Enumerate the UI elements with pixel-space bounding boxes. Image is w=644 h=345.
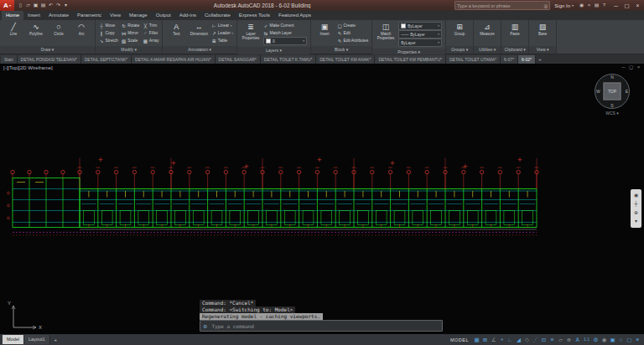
create-button[interactable]: ▢Create <box>337 22 368 29</box>
viewcube-north[interactable]: N <box>610 75 614 80</box>
autodesk-account-icon[interactable]: ◉ <box>578 0 585 11</box>
panel-label-view[interactable]: View ▾ <box>529 46 556 54</box>
dynamic-input-icon[interactable]: + <box>498 334 506 345</box>
save-icon[interactable]: ▣ <box>32 0 39 11</box>
viewcube-compass-ring[interactable]: N W E S TOP <box>595 74 630 109</box>
viewport-minimize-icon[interactable]: ─ <box>621 64 626 70</box>
rotate-button[interactable]: ↻Rotate <box>122 22 140 29</box>
arc-button[interactable]: ◠Arc <box>71 21 91 45</box>
drawing-svg[interactable]: YX <box>0 64 644 334</box>
move-button[interactable]: ┼Move <box>99 22 118 29</box>
sign-in-button[interactable]: Sign In ▾ <box>553 3 575 8</box>
drawing-area[interactable]: YX [-][Top][2D Wireframe] ─▢× N W E S TO… <box>0 64 644 334</box>
ribbon-tab-add-ins[interactable]: Add-ins <box>175 11 200 20</box>
redo-icon[interactable]: ↷ <box>55 0 62 11</box>
insert-button[interactable]: ▣Insert <box>314 21 335 45</box>
hardware-acceleration-icon[interactable]: ▣ <box>609 334 616 345</box>
linear-button[interactable]: ⊢Linear▾ <box>211 22 233 29</box>
leader-button[interactable]: ↗Leader▾ <box>211 29 233 37</box>
viewport-controls[interactable]: [-][Top][2D Wireframe] <box>3 65 53 70</box>
panel-label-annotation[interactable]: Annotation ▾ <box>163 46 236 54</box>
grid-display-icon[interactable]: ▦ <box>473 334 480 345</box>
panel-label-draw[interactable]: Draw ▾ <box>0 46 95 54</box>
file-tab-6-07[interactable]: 6-07* <box>501 55 518 64</box>
file-tab-6-02[interactable]: 6-02* <box>518 55 536 64</box>
ribbon-tab-annotate[interactable]: Annotate <box>44 11 73 20</box>
minimize-button[interactable]: ─ <box>610 0 621 11</box>
navbar-more-icon[interactable]: ▾ <box>635 219 637 224</box>
annotation-visibility-icon[interactable]: A <box>574 334 581 345</box>
file-tab-detail-toilet-k-tamu[interactable]: DETAIL TOILET K.TAMU* <box>261 55 316 64</box>
polyline-button[interactable]: ∿Polyline <box>26 21 46 45</box>
panel-label-layers[interactable]: Layers ▾ <box>237 47 310 54</box>
file-tab-detail-toilet-utama[interactable]: DETAIL TOILET UTAMA* <box>446 55 501 64</box>
close-button[interactable]: × <box>632 0 643 11</box>
ribbon-tab-express-tools[interactable]: Express Tools <box>235 11 274 20</box>
measure-button[interactable]: ⊿Measure <box>477 21 497 45</box>
file-tab-detail-sanggar[interactable]: DETAIL SANGGAR* <box>216 55 261 64</box>
app-store-icon[interactable]: × <box>585 0 593 11</box>
file-tab-detail-toilet-km-pembantu[interactable]: DETAIL TOILET KM PEMBANTU* <box>375 55 446 64</box>
help-icon[interactable]: ? <box>600 0 608 11</box>
text-button[interactable]: AText <box>166 21 186 45</box>
open-folder-icon[interactable]: ▱ <box>24 0 32 11</box>
stretch-button[interactable]: ↘Stretch <box>99 37 118 44</box>
ribbon-tab-insert[interactable]: Insert <box>23 11 44 20</box>
panel-label-block[interactable]: Block ▾ <box>311 46 371 54</box>
viewport-close-icon[interactable]: × <box>636 64 641 70</box>
lineweight-combo[interactable]: ByLayer▾ <box>398 39 442 47</box>
ribbon-tab-home[interactable]: Home <box>2 11 23 20</box>
layout-tab-layout1[interactable]: Layout1 <box>24 335 50 344</box>
annotation-monitor-icon[interactable]: ◉ <box>600 334 608 345</box>
ribbon-tab-featured-apps[interactable]: Featured Apps <box>274 11 315 20</box>
file-tab-detail-kamar-resapan-air-hujan[interactable]: DETAIL KAMAR RESAPAN AIR HUJAN* <box>132 55 215 64</box>
array-button[interactable]: ▦Array <box>143 37 158 44</box>
infer-constraints-icon[interactable]: ∠ <box>490 334 497 345</box>
pan-icon[interactable]: ┼ <box>634 201 637 207</box>
linetype-combo[interactable]: ——ByLayer▾ <box>398 30 442 39</box>
customize-icon[interactable]: ≡ <box>634 334 641 345</box>
line-button[interactable]: ╱Line <box>3 21 23 45</box>
panel-label-groups[interactable]: Groups ▾ <box>446 46 473 54</box>
plot-icon[interactable]: ▤ <box>39 0 47 11</box>
command-bar[interactable]: ⚙ <box>200 320 443 332</box>
ribbon-tab-parametric[interactable]: Parametric <box>73 11 106 20</box>
circle-button[interactable]: ○Circle <box>49 21 69 45</box>
command-customize-icon[interactable]: ⚙ <box>203 323 207 329</box>
dimension-button[interactable]: ↔Dimension <box>189 21 209 45</box>
viewcube-top-face[interactable]: TOP <box>604 83 621 100</box>
group-button[interactable]: ⊞Group <box>449 21 470 45</box>
object-snap-tracking-icon[interactable]: ⋰ <box>532 334 539 345</box>
paste-button[interactable]: ▥Paste <box>505 21 525 45</box>
annotation-scale-control[interactable]: 1:1 <box>582 334 591 345</box>
new-drawing-button[interactable]: + <box>536 55 544 64</box>
workspace-switching-icon[interactable]: ⚙ <box>592 334 600 345</box>
model-space-label[interactable]: MODEL <box>450 337 469 342</box>
clean-screen-icon[interactable]: ▢ <box>626 334 633 345</box>
match-properties-button[interactable]: ◫Match Properties <box>376 21 396 48</box>
application-menu-button[interactable]: A ▾ <box>0 0 14 11</box>
fillet-button[interactable]: ◜Fillet <box>143 29 158 37</box>
new-file-icon[interactable]: ▯ <box>17 0 24 11</box>
layer-properties-button[interactable]: ≣Layer Properties <box>241 21 261 46</box>
ortho-mode-icon[interactable]: ∟ <box>506 334 514 345</box>
edit-attributes-button[interactable]: ✎Edit Attributes <box>337 37 368 44</box>
mirror-button[interactable]: ⋈Mirror <box>122 29 140 37</box>
zoom-extents-icon[interactable]: ⊕ <box>634 210 638 216</box>
trim-button[interactable]: ╳Trim <box>143 22 158 29</box>
ribbon-tab-view[interactable]: View <box>106 11 125 20</box>
panel-label-clipboard[interactable]: Clipboard ▾ <box>501 46 528 54</box>
file-tab-detail-septictank[interactable]: DETAIL SEPTICTANK* <box>81 55 132 64</box>
object-color-combo[interactable]: ByLayer▾ <box>398 22 442 30</box>
object-snap-icon[interactable]: ⊡ <box>540 334 548 345</box>
search-icon[interactable]: ◎ <box>543 3 548 8</box>
make-current-button[interactable]: ✓Make Current <box>263 22 307 29</box>
copy-button[interactable]: ∥Copy <box>99 29 118 37</box>
match-layer-button[interactable]: ⇆Match Layer <box>263 29 307 37</box>
panel-label-utilities[interactable]: Utilities ▾ <box>474 46 501 54</box>
help-search-input[interactable] <box>457 3 542 8</box>
file-tab-start[interactable]: Start <box>1 55 18 64</box>
selection-cycling-icon[interactable]: ⊕ <box>565 334 573 345</box>
viewcube-east[interactable]: E <box>626 89 628 94</box>
file-tab-detail-toilet-km-anak[interactable]: DETAIL TOILET KM ANAK* <box>316 55 375 64</box>
